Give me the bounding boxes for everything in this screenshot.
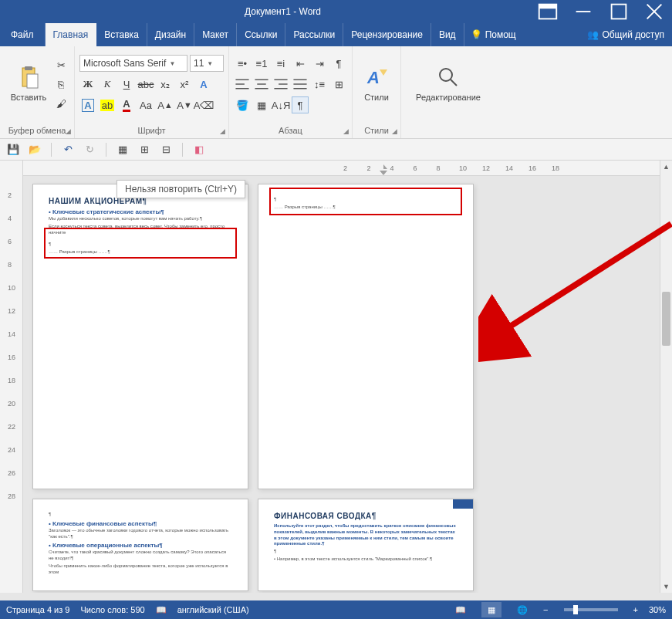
- horizontal-ruler[interactable]: 2 2 4 6 8 10 12 14 16 18: [23, 161, 672, 176]
- show-all-button[interactable]: ¶: [330, 55, 347, 72]
- tooltip-redo: Нельзя повторить (Ctrl+Y): [117, 180, 245, 198]
- status-words[interactable]: Число слов: 590: [80, 605, 144, 614]
- zoom-slider-thumb[interactable]: [573, 605, 578, 614]
- multilevel-list-button[interactable]: ≡i: [272, 55, 289, 72]
- insert-cols-button[interactable]: ⊟: [157, 141, 174, 158]
- cut-button[interactable]: ✂: [52, 56, 69, 73]
- zoom-value[interactable]: 30%: [649, 605, 666, 614]
- spellcheck-icon[interactable]: 📖: [156, 605, 167, 615]
- insert-rows-button[interactable]: ⊞: [136, 141, 153, 158]
- vertical-scrollbar[interactable]: ▲ ▼: [660, 161, 672, 593]
- bold-button[interactable]: Ж: [79, 76, 96, 93]
- chevron-down-icon: ▼: [169, 60, 175, 67]
- tell-me[interactable]: 💡 Помощ: [464, 23, 522, 46]
- tab-file[interactable]: Файл: [0, 23, 46, 46]
- shrink-font-button[interactable]: A▼: [176, 96, 193, 113]
- align-left-button[interactable]: [234, 76, 251, 93]
- minimize-button[interactable]: [566, 0, 601, 23]
- styles-button[interactable]: A Стили: [357, 49, 396, 117]
- view-read-mode[interactable]: 📖: [451, 602, 471, 617]
- ribbon-group-styles: A Стили Стили◢: [353, 46, 401, 138]
- borders2-button[interactable]: ▦: [253, 96, 270, 113]
- highlight-button[interactable]: ab: [99, 96, 116, 113]
- decrease-indent-button[interactable]: ⇤: [292, 55, 309, 72]
- tab-mailings[interactable]: Рассылки: [285, 23, 343, 46]
- align-right-button[interactable]: [272, 76, 289, 93]
- document-pages[interactable]: НАШИМ АКЦИОНЕРАМ¶ • Ключевые стратегичес…: [23, 176, 672, 593]
- open-button[interactable]: 📂: [26, 141, 43, 158]
- scroll-up-button[interactable]: ▲: [660, 161, 672, 173]
- scroll-thumb[interactable]: [662, 292, 670, 346]
- indent-marker-icon[interactable]: [379, 163, 388, 175]
- paragraph-launcher[interactable]: ◢: [343, 127, 349, 135]
- font-size-combo[interactable]: 11▼: [190, 55, 224, 72]
- text-effects-button[interactable]: A: [195, 76, 212, 93]
- editing-button[interactable]: Редактирование: [406, 49, 491, 117]
- change-case-button[interactable]: Aa: [137, 96, 154, 113]
- scroll-down-button[interactable]: ▼: [660, 580, 672, 593]
- font-color-button[interactable]: A: [118, 96, 135, 113]
- undo-button[interactable]: ↶: [59, 141, 76, 158]
- redo-button[interactable]: ↻: [81, 141, 98, 158]
- superscript-button[interactable]: x²: [176, 76, 193, 93]
- save-button[interactable]: 💾: [5, 141, 22, 158]
- share-icon: 👥: [587, 29, 599, 40]
- view-print-layout[interactable]: ▦: [481, 602, 501, 617]
- save-icon: 💾: [7, 144, 19, 155]
- tab-references[interactable]: Ссылки: [237, 23, 285, 46]
- tab-view[interactable]: Вид: [431, 23, 464, 46]
- maximize-button[interactable]: [601, 0, 637, 23]
- zoom-slider[interactable]: [564, 608, 618, 611]
- table-button[interactable]: ▦: [114, 141, 131, 158]
- close-button[interactable]: [637, 0, 672, 23]
- view-web-layout[interactable]: 🌐: [512, 602, 532, 617]
- italic-button[interactable]: К: [99, 76, 116, 93]
- zoom-out-button[interactable]: −: [543, 605, 548, 614]
- tab-design[interactable]: Дизайн: [147, 23, 194, 46]
- strikethrough-button[interactable]: abc: [137, 76, 154, 93]
- sort-button[interactable]: A↓Я: [272, 96, 289, 113]
- page-1[interactable]: НАШИМ АКЦИОНЕРАМ¶ • Ключевые стратегичес…: [32, 184, 248, 489]
- page-4[interactable]: ФИНАНСОВАЯ СВОДКА¶ Используйте этот разд…: [258, 499, 474, 591]
- svg-marker-25: [380, 171, 387, 175]
- page-3[interactable]: ¶ • Ключевые финансовые аспекты¶ Заголов…: [32, 499, 248, 591]
- char-border-button[interactable]: A: [79, 96, 96, 113]
- subscript-button[interactable]: x₂: [157, 76, 174, 93]
- pilcrow-button[interactable]: ¶: [292, 96, 309, 113]
- share-button[interactable]: 👥 Общий доступ: [579, 23, 672, 46]
- line-spacing-button[interactable]: ↕≡: [311, 76, 328, 93]
- increase-indent-button[interactable]: ⇥: [311, 55, 328, 72]
- paste-button[interactable]: Вставить: [5, 49, 52, 117]
- underline-button[interactable]: Ч: [118, 76, 135, 93]
- page4-line2: • Например, в этом тексте используется с…: [274, 556, 458, 563]
- justify-button[interactable]: [292, 76, 309, 93]
- ribbon-display-options[interactable]: [530, 0, 566, 23]
- eraser-icon: A⌫: [194, 100, 214, 111]
- format-painter-button[interactable]: 🖌: [52, 95, 69, 112]
- ruler-mark: 4: [8, 215, 12, 222]
- page-2[interactable]: ¶ …… Разрыв страницы ……¶: [258, 184, 474, 489]
- shading-button[interactable]: 🪣: [234, 96, 251, 113]
- tab-review[interactable]: Рецензирование: [343, 23, 431, 46]
- page3-bullet1: • Ключевые финансовые аспекты¶: [49, 520, 232, 527]
- grow-font-button[interactable]: A▲: [157, 96, 174, 113]
- clipboard-launcher[interactable]: ◢: [66, 127, 71, 135]
- copy-button[interactable]: ⎘: [52, 76, 69, 93]
- status-page[interactable]: Страница 4 из 9: [6, 605, 69, 614]
- status-language[interactable]: английский (США): [177, 605, 249, 614]
- numbering-button[interactable]: ≡1: [253, 55, 270, 72]
- ribbon-tabs: Файл Главная Вставка Дизайн Макет Ссылки…: [0, 23, 672, 46]
- align-center-button[interactable]: [253, 76, 270, 93]
- font-name-combo[interactable]: Microsoft Sans Serif▼: [79, 55, 187, 72]
- tab-home[interactable]: Главная: [46, 23, 97, 46]
- vertical-ruler[interactable]: 2 4 6 8 10 12 14 16 18 20 22 24 26 28: [0, 161, 23, 593]
- styles-launcher[interactable]: ◢: [392, 127, 397, 135]
- clear-formatting-button[interactable]: A⌫: [195, 96, 212, 113]
- bullets-button[interactable]: ≡•: [234, 55, 251, 72]
- eraser-button[interactable]: ◧: [191, 141, 208, 158]
- zoom-in-button[interactable]: +: [633, 605, 638, 614]
- font-launcher[interactable]: ◢: [220, 127, 225, 135]
- tab-insert[interactable]: Вставка: [96, 23, 147, 46]
- borders-button[interactable]: ⊞: [330, 76, 347, 93]
- tab-layout[interactable]: Макет: [194, 23, 237, 46]
